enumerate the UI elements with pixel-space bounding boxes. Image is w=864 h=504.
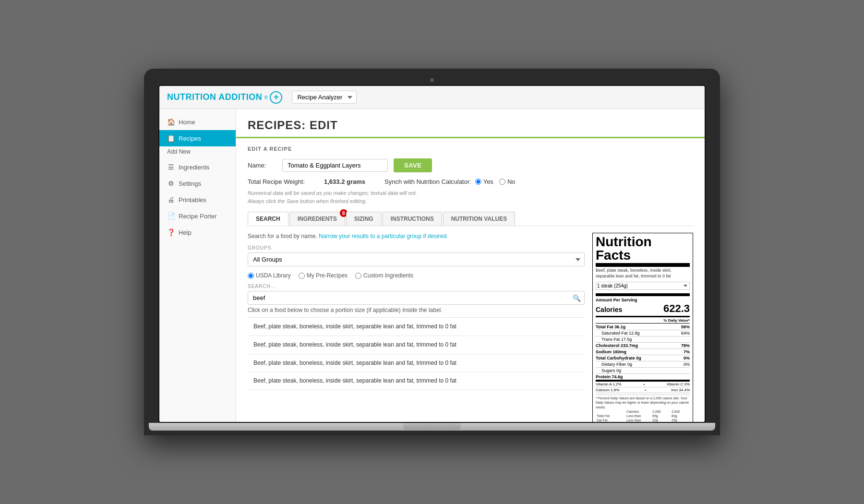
source-usda-radio[interactable] [248,273,254,279]
nf-footer: * Percent Daily Values are based on a 2,… [596,395,690,422]
notice-text: Numerical data will be saved as you make… [248,189,693,205]
groups-select[interactable]: All Groups Dairy Meat Vegetables Fruits … [248,252,585,266]
nf-dv-header: % Daily Value* [596,318,690,324]
nf-row-label: Total Fat 36.1g [596,324,625,329]
tab-sizing[interactable]: SIZING [346,212,382,226]
synch-no-label[interactable]: No [499,178,516,185]
food-item[interactable]: Beef, plate steak, boneless, inside skir… [248,336,585,354]
synch-yes-label[interactable]: Yes [475,178,493,185]
source-custom-radio[interactable] [355,273,361,279]
app-select[interactable]: Recipe Analyzer Meal Planner [292,91,357,104]
synch-label: Synch with Nutrition Calculator: [384,178,471,185]
ingredients-icon: ☰ [167,163,175,171]
logo: NUTRITION ADDITION ® + [167,91,282,104]
source-pre-recipes-radio[interactable] [299,273,305,279]
nf-calories-row: Calories 622.3 [596,302,690,317]
food-list: Beef, plate steak, boneless, inside skir… [248,317,585,390]
tabs-bar: SEARCH INGREDIENTS 8 SIZING INSTRUCTIONS… [248,212,693,226]
source-pre-recipes-label[interactable]: My Pre-Recipes [299,272,348,279]
name-label: Name: [248,162,276,169]
nf-row-label: Sodium 160mg [596,349,626,354]
logo-reg: ® [264,95,268,100]
search-box-wrapper: 🔍 [248,291,585,305]
search-icon: 🔍 [573,294,581,302]
nf-row-label: Protein 74.6g [596,374,623,379]
nf-row-label: Total Carbohydrate 0g [596,356,641,360]
save-button[interactable]: SAVE [394,158,432,172]
name-input[interactable] [282,159,388,172]
nf-row-trans-fat: Trans Fat 17.5g [596,336,690,343]
edit-section: EDIT A RECIPE Name: SAVE Total Recipe We… [236,138,705,422]
sidebar-item-label-ingredients: Ingredients [179,164,209,171]
logo-plus-icon: + [270,91,282,104]
nf-row-value: 78% [681,343,690,348]
synch-group: Synch with Nutrition Calculator: Yes No [384,178,515,185]
search-left: Search for a food by name. Narrow your r… [248,233,585,422]
nf-row-label: Saturated Fat 12.8g [601,331,640,336]
weight-row: Total Recipe Weight: 1,633.2 grams Synch… [248,178,693,185]
nf-calcium: Calcium 1.8% [596,388,619,392]
source-usda-label[interactable]: USDA Library [248,272,291,279]
nf-row-sodium: Sodium 160mg 7% [596,349,690,355]
sidebar-item-recipe-porter[interactable]: 📄 Recipe Porter [159,208,236,224]
sidebar-item-printables[interactable]: 🖨 Printables [159,192,236,208]
source-pre-recipes-text: My Pre-Recipes [307,272,348,279]
synch-radio-group: Yes No [475,178,516,185]
tab-nutrition-values[interactable]: NUTRITION VALUES [443,212,515,226]
click-hint: Click on a food below to choose a portio… [248,307,585,313]
source-radio-group: USDA Library My Pre-Recipes Custom Ingre… [248,272,585,279]
nf-row-label: Dietary Fiber 0g [601,362,632,367]
nf-row-value: 64% [681,331,690,336]
nf-row-label: Trans Fat 17.5g [601,337,632,342]
sidebar-item-label-home: Home [179,119,195,126]
synch-yes-radio[interactable] [475,179,481,185]
synch-no-text: No [507,178,516,185]
app-container: NUTRITION ADDITION ® + Recipe Analyzer M… [159,86,705,422]
food-item[interactable]: Beef, plate steak, boneless, inside skir… [248,372,585,390]
sidebar: 🏠 Home 📋 Recipes Add New ☰ Ingredients ⚙ [159,109,236,422]
nf-row-fiber: Dietary Fiber 0g 0% [596,361,690,368]
laptop-bottom [149,423,715,431]
narrow-link[interactable]: Narrow your results to a particular grou… [319,233,448,240]
sidebar-item-help[interactable]: ❓ Help [159,224,236,240]
tab-ingredients[interactable]: INGREDIENTS 8 [289,212,345,226]
nf-row-value: 56% [681,324,690,329]
nf-serving-select[interactable]: 1 steak (254g) [596,282,690,290]
nf-row-label: Cholesterol 233.7mg [596,343,638,348]
nf-amount-label: Amount Per Serving [596,298,690,302]
weight-value: 1,633.2 grams [324,178,365,185]
source-custom-text: Custom Ingredients [363,272,413,279]
search-input[interactable] [248,291,585,305]
nf-row-value: 0% [684,362,690,367]
groups-label: GROUPS [248,245,585,251]
nf-vitamin-c: Vitamin C 0% [667,382,690,386]
nf-divider [596,293,690,296]
synch-no-radio[interactable] [499,179,505,185]
tab-search[interactable]: SEARCH [248,212,288,226]
nf-row-sugars: Sugars 0g [596,368,690,374]
page-title: RECIPES: EDIT [248,119,693,137]
nf-calories-label: Calories [596,306,622,313]
home-icon: 🏠 [167,118,175,126]
nf-row-total-carb: Total Carbohydrate 0g 0% [596,355,690,361]
tab-instructions[interactable]: INSTRUCTIONS [383,212,442,226]
logo-text: NUTRITION ADDITION [167,92,262,102]
nf-title: Nutrition Facts [596,235,690,267]
sidebar-item-home[interactable]: 🏠 Home [159,114,236,130]
food-item[interactable]: Beef, plate steak, boneless, inside skir… [248,354,585,372]
nf-row-value: 7% [684,349,690,354]
sidebar-item-recipes[interactable]: 📋 Recipes [159,130,236,146]
nf-row-value: 0% [684,356,690,360]
camera-dot [430,78,434,82]
sidebar-item-settings[interactable]: ⚙ Settings [159,175,236,192]
printables-icon: 🖨 [167,196,175,204]
nf-row-protein: Protein 74.6g [596,374,690,382]
nf-row-label: Sugars 0g [601,368,621,373]
food-item[interactable]: Beef, plate steak, boneless, inside skir… [248,318,585,336]
recipes-icon: 📋 [167,134,175,142]
sidebar-add-new[interactable]: Add New [159,146,236,159]
sidebar-item-ingredients[interactable]: ☰ Ingredients [159,159,236,175]
source-custom-label[interactable]: Custom Ingredients [355,272,413,279]
recipe-porter-icon: 📄 [167,212,175,220]
sidebar-item-label-printables: Printables [179,196,206,204]
